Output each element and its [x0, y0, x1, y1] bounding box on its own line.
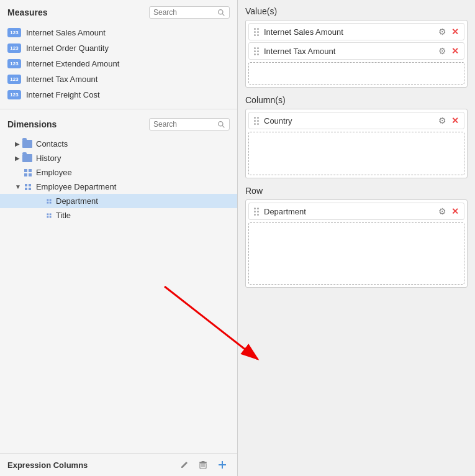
- divider: [0, 109, 237, 109]
- measures-list: 123Internet Sales Amount123Internet Orde…: [0, 24, 237, 106]
- dim-icon: [24, 183, 32, 191]
- dimensions-tree: ▶Contacts▶HistoryEmployee▼Employee Depar…: [0, 135, 237, 453]
- tree-label-2: Employee: [36, 168, 72, 177]
- tree-label-0: Contacts: [36, 139, 68, 149]
- columns-drop-zone[interactable]: Country ⚙ ✕: [245, 109, 468, 178]
- column-chip-label-0: Country: [264, 116, 438, 126]
- tree-arrow: ▼: [15, 183, 21, 190]
- tree-item-5[interactable]: Title: [0, 208, 237, 222]
- tree-item-2[interactable]: Employee: [0, 165, 237, 180]
- row-empty-drop[interactable]: [248, 222, 464, 285]
- expression-columns-title: Expression Columns: [7, 460, 173, 470]
- badge-2: 123: [7, 59, 21, 68]
- badge-1: 123: [7, 43, 21, 53]
- value-chip-label-0: Internet Sales Amount: [264, 27, 438, 37]
- tree-item-4[interactable]: Department: [0, 194, 237, 208]
- tree-label-5: Title: [56, 211, 71, 220]
- tree-item-3[interactable]: ▼Employee Department: [0, 180, 237, 194]
- columns-title: Column(s): [245, 95, 468, 105]
- dim-icon-small: [46, 198, 52, 204]
- gear-icon-row-0[interactable]: ⚙: [438, 206, 446, 216]
- tree-arrow: ▶: [15, 140, 20, 147]
- values-title: Value(s): [245, 6, 468, 16]
- measure-item-2[interactable]: 123Internet Extended Amount: [0, 56, 237, 71]
- close-icon-val-0[interactable]: ✕: [451, 27, 459, 37]
- values-drop-zone[interactable]: Internet Sales Amount ⚙ ✕ Internet Tax A…: [245, 20, 468, 88]
- row-chip-0: Department ⚙ ✕: [248, 203, 464, 220]
- row-section: Row Department ⚙ ✕: [245, 186, 468, 288]
- tree-arrow: ▶: [15, 155, 20, 162]
- pencil-icon: [180, 460, 189, 469]
- search-icon: [217, 9, 225, 17]
- search-icon-dim: [217, 121, 225, 129]
- grid-icon: [24, 168, 32, 177]
- add-button[interactable]: [215, 459, 230, 471]
- measure-item-0[interactable]: 123Internet Sales Amount: [0, 25, 237, 40]
- tree-label-1: History: [36, 153, 61, 163]
- svg-line-3: [222, 126, 224, 127]
- value-chip-label-1: Internet Tax Amount: [264, 47, 438, 56]
- column-chip-0: Country ⚙ ✕: [248, 112, 464, 129]
- row-title: Row: [245, 186, 468, 196]
- svg-rect-9: [202, 461, 205, 462]
- dimensions-title: Dimensions: [7, 119, 57, 129]
- trash-icon: [199, 460, 207, 469]
- values-empty-drop[interactable]: [248, 62, 464, 85]
- folder-icon: [22, 140, 32, 148]
- row-chip-label-0: Department: [264, 207, 438, 216]
- left-panel: Measures 123Internet Sales Amount123Inte…: [0, 0, 238, 476]
- value-chip-0: Internet Sales Amount ⚙ ✕: [248, 23, 464, 40]
- columns-section: Column(s) Country ⚙ ✕: [245, 95, 468, 178]
- tree-label-3: Employee Department: [36, 182, 116, 191]
- gear-icon-val-1[interactable]: ⚙: [438, 46, 446, 56]
- svg-point-2: [219, 121, 223, 126]
- gear-icon-val-0[interactable]: ⚙: [438, 27, 446, 37]
- delete-button[interactable]: [196, 459, 210, 470]
- tree-label-4: Department: [56, 196, 98, 206]
- badge-0: 123: [7, 28, 21, 37]
- edit-button[interactable]: [178, 459, 191, 470]
- measures-search-box[interactable]: [149, 6, 230, 19]
- tree-item-1[interactable]: ▶History: [0, 151, 237, 165]
- measure-label-3: Internet Tax Amount: [26, 75, 97, 84]
- measure-label-4: Internet Freight Cost: [26, 90, 100, 99]
- measures-header: Measures: [0, 0, 237, 24]
- close-icon-val-1[interactable]: ✕: [451, 46, 459, 56]
- close-icon-col-0[interactable]: ✕: [451, 116, 459, 126]
- columns-empty-drop[interactable]: [248, 132, 464, 175]
- measure-label-1: Internet Order Quantity: [26, 43, 109, 53]
- dimensions-header: Dimensions: [0, 112, 237, 135]
- drag-handle-col-0[interactable]: [254, 117, 259, 125]
- measure-label-2: Internet Extended Amount: [26, 59, 119, 68]
- gear-icon-col-0[interactable]: ⚙: [438, 116, 446, 126]
- dimensions-search-box[interactable]: [149, 118, 230, 130]
- measures-title: Measures: [7, 7, 48, 17]
- dimensions-search-input[interactable]: [153, 120, 217, 129]
- values-section: Value(s) Internet Sales Amount ⚙ ✕: [245, 6, 468, 88]
- measure-item-1[interactable]: 123Internet Order Quantity: [0, 40, 237, 56]
- svg-line-1: [222, 14, 224, 16]
- measures-search-input[interactable]: [153, 8, 217, 17]
- badge-4: 123: [7, 90, 21, 99]
- folder-icon: [22, 154, 32, 162]
- measure-item-3[interactable]: 123Internet Tax Amount: [0, 71, 237, 87]
- expression-footer: Expression Columns: [0, 453, 237, 476]
- measure-item-4[interactable]: 123Internet Freight Cost: [0, 87, 237, 103]
- value-chip-1: Internet Tax Amount ⚙ ✕: [248, 42, 464, 60]
- tree-item-0[interactable]: ▶Contacts: [0, 137, 237, 151]
- row-drop-zone[interactable]: Department ⚙ ✕: [245, 199, 468, 288]
- plus-icon: [217, 460, 227, 470]
- dimensions-section: Dimensions ▶Contacts▶HistoryEmployee▼Emp…: [0, 112, 237, 453]
- measure-label-0: Internet Sales Amount: [26, 28, 106, 37]
- drag-handle-row-0[interactable]: [254, 208, 259, 216]
- badge-3: 123: [7, 75, 21, 84]
- close-icon-row-0[interactable]: ✕: [451, 206, 459, 216]
- svg-point-0: [219, 9, 223, 14]
- drag-handle-1[interactable]: [254, 47, 259, 55]
- right-panel: Value(s) Internet Sales Amount ⚙ ✕: [238, 0, 475, 476]
- dim-icon-small: [46, 213, 52, 219]
- drag-handle[interactable]: [254, 28, 259, 36]
